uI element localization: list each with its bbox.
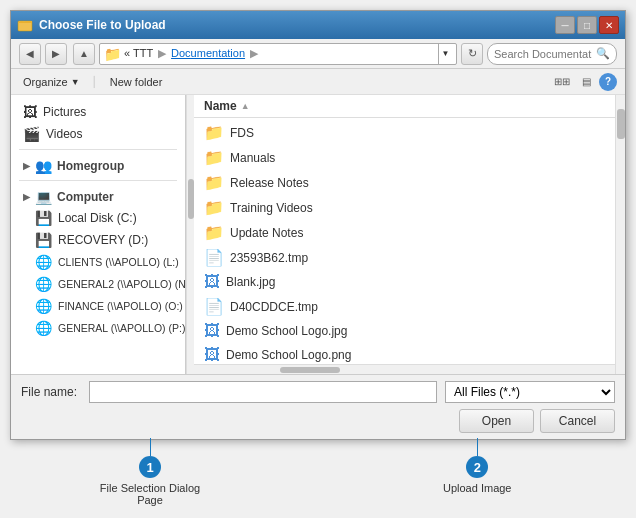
annotation-1: 1 File Selection Dialog Page xyxy=(90,438,210,506)
nav-divider-1 xyxy=(19,149,177,150)
file-item-update-notes[interactable]: 📁 Update Notes xyxy=(194,220,625,245)
homegroup-icon: 👥 xyxy=(35,158,52,174)
forward-button[interactable]: ▶ xyxy=(45,43,67,65)
tmp-file-icon-2: 📄 xyxy=(204,297,224,316)
fds-folder-icon: 📁 xyxy=(204,123,224,142)
search-input[interactable] xyxy=(494,48,592,60)
demo-logo-png-name: Demo School Logo.png xyxy=(226,348,615,362)
annotation-2-label: Upload Image xyxy=(443,482,512,494)
general2-n-label: GENERAL2 (\\APOLLO) (N:) xyxy=(58,278,186,290)
recovery-d-icon: 💾 xyxy=(35,232,52,248)
file-item-blank-jpg[interactable]: 🖼 Blank.jpg xyxy=(194,270,625,294)
file-item-demo-logo-jpg[interactable]: 🖼 Demo School Logo.jpg xyxy=(194,319,625,343)
file-item-23593b62[interactable]: 📄 23593B62.tmp xyxy=(194,245,625,270)
sidebar-item-clients-l[interactable]: 🌐 CLIENTS (\\APOLLO) (L:) xyxy=(11,251,185,273)
sidebar-item-general2-n[interactable]: 🌐 GENERAL2 (\\APOLLO) (N:) xyxy=(11,273,185,295)
annotation-1-circle: 1 xyxy=(139,456,161,478)
view-list-button[interactable]: ▤ xyxy=(575,72,597,92)
finance-o-icon: 🌐 xyxy=(35,298,52,314)
annotation-1-line xyxy=(150,438,151,456)
computer-icon: 💻 xyxy=(35,189,52,205)
fds-name: FDS xyxy=(230,126,615,140)
clients-l-icon: 🌐 xyxy=(35,254,52,270)
view-controls: ⊞⊞ ▤ ? xyxy=(551,72,617,92)
refresh-button[interactable]: ↻ xyxy=(461,43,483,65)
file-list-name-header: Name xyxy=(204,99,237,113)
vertical-scrollbar-thumb[interactable] xyxy=(617,109,625,139)
annotation-1-label: File Selection Dialog Page xyxy=(90,482,210,506)
sidebar-section-computer[interactable]: ▶ 💻 Computer xyxy=(11,185,185,207)
sidebar-item-pictures[interactable]: 🖼 Pictures xyxy=(11,101,185,123)
organize-button[interactable]: Organize ▼ xyxy=(19,74,84,90)
window-controls: ─ □ ✕ xyxy=(555,16,619,34)
view-help-button[interactable]: ? xyxy=(599,73,617,91)
filename-input[interactable] xyxy=(89,381,437,403)
file-item-training-videos[interactable]: 📁 Training Videos xyxy=(194,195,625,220)
close-button[interactable]: ✕ xyxy=(599,16,619,34)
pictures-label: Pictures xyxy=(43,105,86,119)
recovery-d-label: RECOVERY (D:) xyxy=(58,233,148,247)
sidebar-item-recovery-d[interactable]: 💾 RECOVERY (D:) xyxy=(11,229,185,251)
file-item-demo-logo-png[interactable]: 🖼 Demo School Logo.png xyxy=(194,343,625,364)
general2-n-icon: 🌐 xyxy=(35,276,52,292)
annotation-2: 2 Upload Image xyxy=(443,438,512,494)
sidebar-item-finance-o[interactable]: 🌐 FINANCE (\\APOLLO) (O:) xyxy=(11,295,185,317)
cancel-button[interactable]: Cancel xyxy=(540,409,615,433)
filename-row: File name: All Files (*.*) Image Files J… xyxy=(21,381,615,403)
training-videos-name: Training Videos xyxy=(230,201,615,215)
sidebar-item-videos[interactable]: 🎬 Videos xyxy=(11,123,185,145)
navigation-toolbar: ◀ ▶ ▲ 📁 « TTT ▶ Documentation ▶ ▼ ↻ 🔍 xyxy=(11,39,625,69)
horizontal-scrollbar[interactable] xyxy=(194,364,625,374)
up-button[interactable]: ▲ xyxy=(73,43,95,65)
file-list: 📁 FDS 📁 Manuals 📁 Release Notes 📁 Traini… xyxy=(194,118,625,364)
sort-indicator: ▲ xyxy=(241,101,250,111)
file-item-d40cddce[interactable]: 📄 D40CDDCE.tmp xyxy=(194,294,625,319)
title-bar: Choose File to Upload ─ □ ✕ xyxy=(11,11,625,39)
manuals-folder-icon: 📁 xyxy=(204,148,224,167)
dialog-buttons-row: Open Cancel xyxy=(21,409,615,433)
sidebar-section-homegroup[interactable]: ▶ 👥 Homegroup xyxy=(11,154,185,176)
update-notes-folder-icon: 📁 xyxy=(204,223,224,242)
left-navigation-panel: 🖼 Pictures 🎬 Videos ▶ 👥 Homegroup ▶ 💻 Co… xyxy=(11,95,186,374)
open-button[interactable]: Open xyxy=(459,409,534,433)
file-item-release-notes[interactable]: 📁 Release Notes xyxy=(194,170,625,195)
general-p-icon: 🌐 xyxy=(35,320,52,336)
homegroup-expand-icon: ▶ xyxy=(23,161,30,171)
address-dropdown-button[interactable]: ▼ xyxy=(438,43,452,65)
organize-toolbar: Organize ▼ │ New folder ⊞⊞ ▤ ? xyxy=(11,69,625,95)
finance-o-label: FINANCE (\\APOLLO) (O:) xyxy=(58,300,183,312)
organize-label: Organize xyxy=(23,76,68,88)
release-notes-folder-icon: 📁 xyxy=(204,173,224,192)
maximize-button[interactable]: □ xyxy=(577,16,597,34)
file-item-fds[interactable]: 📁 FDS xyxy=(194,120,625,145)
homegroup-label: Homegroup xyxy=(57,159,124,173)
vertical-scrollbar[interactable] xyxy=(615,95,625,374)
minimize-button[interactable]: ─ xyxy=(555,16,575,34)
local-disk-c-label: Local Disk (C:) xyxy=(58,211,137,225)
organize-dropdown-icon: ▼ xyxy=(71,77,80,87)
file-list-header: Name ▲ xyxy=(194,95,625,118)
training-videos-folder-icon: 📁 xyxy=(204,198,224,217)
search-icon[interactable]: 🔍 xyxy=(596,47,610,60)
new-folder-button[interactable]: New folder xyxy=(106,74,167,90)
tmp-file-icon-1: 📄 xyxy=(204,248,224,267)
address-path: « TTT ▶ Documentation ▶ xyxy=(124,47,435,60)
file-item-manuals[interactable]: 📁 Manuals xyxy=(194,145,625,170)
dialog-icon xyxy=(17,17,33,33)
filetype-select[interactable]: All Files (*.*) Image Files JPEG Files P… xyxy=(445,381,615,403)
address-bar[interactable]: 📁 « TTT ▶ Documentation ▶ ▼ xyxy=(99,43,457,65)
dialog-footer: File name: All Files (*.*) Image Files J… xyxy=(11,374,625,439)
view-details-button[interactable]: ⊞⊞ xyxy=(551,72,573,92)
address-folder-icon: 📁 xyxy=(104,46,121,62)
left-scrollbar[interactable] xyxy=(186,95,194,374)
demo-logo-png-icon: 🖼 xyxy=(204,346,220,364)
annotation-2-circle: 2 xyxy=(466,456,488,478)
general-p-label: GENERAL (\\APOLLO) (P:) xyxy=(58,322,185,334)
horizontal-scrollbar-thumb[interactable] xyxy=(280,367,340,373)
back-button[interactable]: ◀ xyxy=(19,43,41,65)
toolbar-separator: │ xyxy=(92,76,98,87)
23593b62-name: 23593B62.tmp xyxy=(230,251,615,265)
computer-expand-icon: ▶ xyxy=(23,192,30,202)
sidebar-item-general-p[interactable]: 🌐 GENERAL (\\APOLLO) (P:) xyxy=(11,317,185,339)
sidebar-item-local-disk-c[interactable]: 💾 Local Disk (C:) xyxy=(11,207,185,229)
